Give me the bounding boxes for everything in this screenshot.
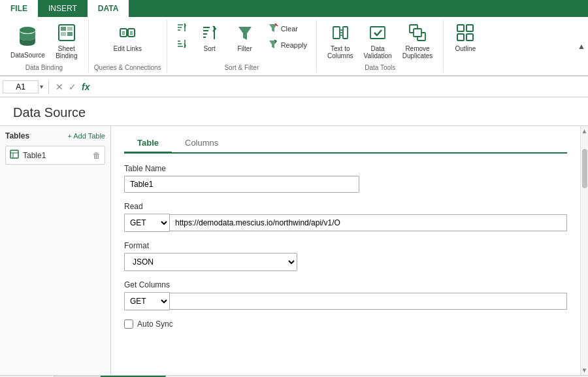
ribbon-group-outline: Outline xyxy=(444,20,487,73)
read-method-select[interactable]: GET POST PUT xyxy=(124,214,170,232)
table-detail-panel: Table Columns Table Name Read GET POST P… xyxy=(111,126,580,375)
svg-rect-42 xyxy=(466,34,473,41)
svg-rect-35 xyxy=(370,27,385,39)
get-columns-url-input[interactable] xyxy=(170,293,567,310)
ribbon-group-sort-filter-items: Sort Filter xyxy=(172,21,311,63)
scrollbar[interactable]: ▲ ▼ xyxy=(580,126,588,375)
datasource-label: DataSource xyxy=(10,52,45,59)
get-columns-method-row: GET POST xyxy=(124,292,567,310)
table-item-left: Table1 xyxy=(10,150,46,161)
reapply-button[interactable]: Reapply xyxy=(264,37,311,52)
filter-icon xyxy=(236,24,254,44)
table-name-input[interactable] xyxy=(124,176,359,193)
data-source-panel: Tables + Add Table Table1 🗑 xyxy=(0,125,588,375)
cell-ref-input[interactable]: A1 xyxy=(3,80,39,93)
format-select[interactable]: JSON XML CSV xyxy=(124,253,297,271)
scroll-up-button[interactable]: ▲ xyxy=(580,126,588,136)
delete-table-button[interactable]: 🗑 xyxy=(93,151,101,160)
text-to-columns-label: Text toColumns xyxy=(327,45,353,59)
sort-asc-icon xyxy=(176,22,187,35)
page-title: Data Source xyxy=(0,97,588,125)
tab-insert[interactable]: INSERT xyxy=(38,0,88,17)
read-label: Read xyxy=(124,202,567,211)
add-table-button[interactable]: + Add Table xyxy=(67,132,105,140)
scroll-track xyxy=(582,136,587,365)
sort-icon xyxy=(201,24,219,44)
reapply-icon xyxy=(268,39,278,51)
ribbon-group-data-tools: Text toColumns DataValidation xyxy=(317,20,444,73)
sheet-binding-button[interactable]: SheetBinding xyxy=(50,21,83,62)
formula-input[interactable] xyxy=(93,81,585,93)
table-row[interactable]: Table1 🗑 xyxy=(5,146,105,165)
svg-rect-40 xyxy=(466,25,473,31)
tab-table[interactable]: Table xyxy=(124,134,172,154)
ribbon-collapse-button[interactable]: ▲ xyxy=(575,20,588,73)
tables-title: Tables xyxy=(5,131,29,140)
tab-columns[interactable]: Columns xyxy=(172,134,231,154)
get-columns-label: Get Columns xyxy=(124,280,567,289)
read-row: Read GET POST PUT xyxy=(124,202,567,232)
sort-col xyxy=(172,21,191,52)
svg-rect-2 xyxy=(61,27,66,31)
sort-asc-button[interactable] xyxy=(172,21,191,36)
scroll-thumb[interactable] xyxy=(582,149,587,188)
read-method-row: GET POST PUT xyxy=(124,214,567,232)
table-icon xyxy=(10,150,19,161)
sort-button[interactable]: Sort xyxy=(193,21,226,55)
edit-links-label: Edit Links xyxy=(114,45,142,52)
data-validation-label: DataValidation xyxy=(363,45,391,59)
sheet-binding-label: SheetBinding xyxy=(56,45,77,59)
tables-panel: Tables + Add Table Table1 🗑 xyxy=(0,126,111,375)
filter-button[interactable]: Filter xyxy=(229,21,261,55)
ribbon-group-outline-items: Outline xyxy=(449,21,482,71)
ribbon-content: DataSource SheetBinding Dat xyxy=(0,17,588,76)
svg-marker-26 xyxy=(238,27,252,40)
table-name-label: Table Name xyxy=(124,164,567,173)
auto-sync-label: Auto Sync xyxy=(137,320,173,329)
format-select-row: JSON XML CSV xyxy=(124,253,567,271)
format-label: Format xyxy=(124,241,567,250)
svg-rect-5 xyxy=(67,32,73,36)
svg-rect-32 xyxy=(343,27,348,39)
text-to-columns-icon xyxy=(331,24,350,44)
clear-icon xyxy=(268,22,278,35)
sort-desc-button[interactable] xyxy=(172,37,191,52)
main-content: Data Source Tables + Add Table Ta xyxy=(0,97,588,375)
remove-duplicates-button[interactable]: RemoveDuplicates xyxy=(397,21,438,62)
get-columns-method-select[interactable]: GET POST xyxy=(124,292,170,310)
auto-sync-row: Auto Sync xyxy=(124,320,567,329)
ribbon-collapse-icon: ▲ xyxy=(578,42,585,51)
ribbon-group-sort-filter: Sort Filter xyxy=(167,20,317,73)
svg-rect-6 xyxy=(120,29,127,37)
remove-duplicates-label: RemoveDuplicates xyxy=(402,45,433,59)
auto-sync-checkbox[interactable] xyxy=(124,320,133,329)
confirm-formula-icon[interactable]: ✓ xyxy=(67,82,78,92)
filter-label: Filter xyxy=(238,45,252,52)
cancel-formula-icon[interactable]: ✕ xyxy=(54,82,65,92)
cell-ref-dropdown-icon[interactable]: ▾ xyxy=(40,83,43,90)
table-name-row: Table Name xyxy=(124,164,567,193)
formula-bar-divider xyxy=(48,80,49,93)
tab-data[interactable]: DATA xyxy=(88,0,129,17)
sort-label: Sort xyxy=(203,45,215,52)
queries-group-label: Queries & Connections xyxy=(94,63,161,71)
svg-rect-3 xyxy=(67,27,73,31)
clear-button[interactable]: Clear xyxy=(264,21,311,36)
data-validation-button[interactable]: DataValidation xyxy=(358,21,397,62)
clear-label: Clear xyxy=(281,25,298,33)
svg-rect-43 xyxy=(10,150,18,158)
datasource-icon xyxy=(16,24,39,50)
svg-rect-38 xyxy=(414,29,421,37)
read-url-input[interactable] xyxy=(170,214,567,231)
svg-marker-27 xyxy=(269,24,277,32)
scroll-down-button[interactable]: ▼ xyxy=(580,365,588,375)
text-to-columns-button[interactable]: Text toColumns xyxy=(322,21,358,62)
ribbon-group-data-binding: DataSource SheetBinding Dat xyxy=(0,20,89,73)
insert-function-icon[interactable]: fx xyxy=(80,82,91,92)
datasource-button[interactable]: DataSource xyxy=(5,21,50,61)
outline-button[interactable]: Outline xyxy=(449,21,482,55)
edit-links-button[interactable]: Edit Links xyxy=(108,21,147,55)
table-detail-tabs: Table Columns xyxy=(124,134,567,154)
tab-file[interactable]: FILE xyxy=(0,0,38,17)
reapply-label: Reapply xyxy=(281,41,307,49)
